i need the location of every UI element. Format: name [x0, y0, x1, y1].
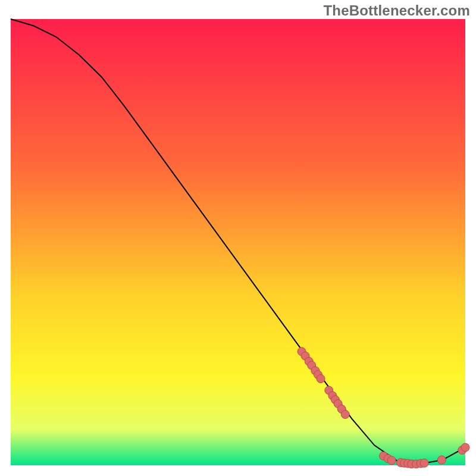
data-point [387, 456, 396, 465]
gradient-background [11, 19, 465, 465]
bottleneck-chart: TheBottlenecker.com [0, 0, 476, 476]
data-point [437, 456, 446, 464]
plot-svg [0, 0, 476, 476]
data-point [341, 411, 349, 419]
data-point [461, 443, 469, 452]
watermark-text: TheBottlenecker.com [323, 2, 470, 19]
data-point [420, 459, 428, 467]
data-point [317, 375, 325, 383]
